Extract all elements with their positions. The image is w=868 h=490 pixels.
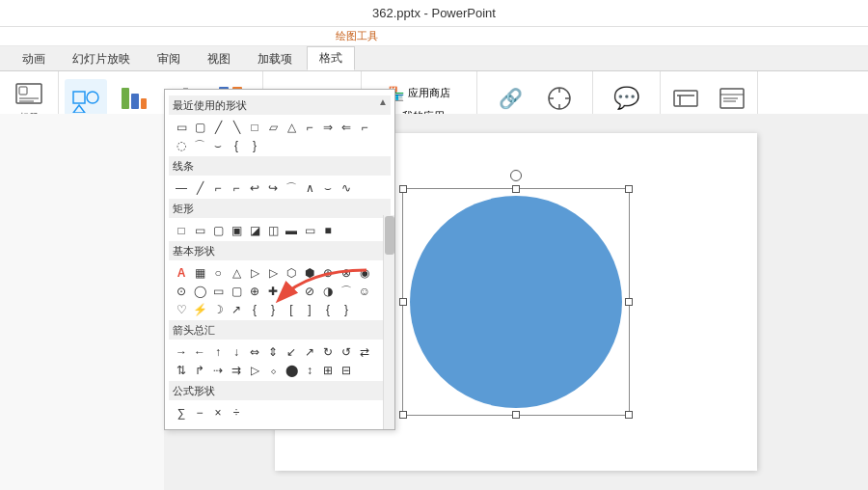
basic-16[interactable]: ⊕ — [246, 283, 263, 300]
basic-8[interactable]: ⬢ — [301, 264, 318, 282]
line-8[interactable]: ∧ — [301, 179, 318, 197]
basic-6[interactable]: ▷ — [264, 264, 282, 282]
shape-recent-1[interactable]: ▭ — [173, 119, 190, 136]
basic-5[interactable]: ▷ — [246, 264, 263, 282]
handle-bottom-left[interactable] — [399, 411, 407, 419]
shape-recent-9[interactable]: ⇒ — [319, 119, 337, 136]
handle-top-left[interactable] — [399, 185, 407, 193]
basic-31[interactable]: ↗ — [228, 301, 245, 318]
line-5[interactable]: ↩ — [246, 179, 263, 197]
handle-bottom-right[interactable] — [625, 411, 633, 419]
arrow-14[interactable]: ⇢ — [209, 362, 227, 379]
handle-top-right[interactable] — [625, 185, 633, 193]
basic-26[interactable]: ⚡ — [191, 301, 208, 318]
arrow-3[interactable]: ↑ — [209, 343, 227, 361]
shape-recent-10[interactable]: ⇐ — [338, 119, 355, 136]
basic-14[interactable]: ▭ — [209, 283, 227, 300]
arrow-5[interactable]: ⇔ — [246, 343, 263, 361]
rect-1[interactable]: □ — [173, 222, 190, 239]
tab-review[interactable]: 审阅 — [145, 47, 193, 70]
arrow-21[interactable]: ↕ — [301, 362, 318, 379]
rect-6[interactable]: ◫ — [264, 222, 282, 239]
arrow-13[interactable]: ↱ — [191, 362, 208, 379]
arrow-10[interactable]: ↺ — [338, 343, 355, 361]
formula-3[interactable]: × — [209, 404, 227, 422]
line-2[interactable]: ╱ — [191, 179, 208, 197]
arrow-23[interactable]: ⊟ — [338, 362, 355, 379]
tab-format[interactable]: 格式 — [307, 46, 355, 70]
rect-5[interactable]: ◪ — [246, 222, 263, 239]
handle-middle-right[interactable] — [625, 298, 633, 306]
rect-2[interactable]: ▭ — [191, 222, 208, 239]
basic-17[interactable]: ✚ — [264, 283, 282, 300]
line-6[interactable]: ↪ — [264, 179, 282, 197]
formula-4[interactable]: ÷ — [228, 404, 245, 422]
formula-1[interactable]: ∑ — [173, 404, 190, 422]
rect-7[interactable]: ▬ — [283, 222, 300, 239]
scrollbar-thumb[interactable] — [385, 216, 394, 255]
shape-recent-13[interactable]: ⌒ — [191, 137, 208, 154]
basic-18[interactable]: ✕ — [283, 283, 300, 300]
arrow-2[interactable]: ← — [191, 343, 208, 361]
shape-recent-16[interactable]: } — [246, 137, 263, 154]
arrow-18[interactable]: ⬤ — [283, 362, 300, 379]
line-9[interactable]: ⌣ — [319, 179, 337, 197]
basic-25[interactable]: ♡ — [173, 301, 190, 318]
basic-1[interactable]: A — [173, 264, 190, 282]
arrow-15[interactable]: ⇉ — [228, 362, 245, 379]
shape-recent-4[interactable]: ╲ — [228, 119, 245, 136]
arrow-4[interactable]: ↓ — [228, 343, 245, 361]
basic-7[interactable]: ⬡ — [283, 264, 300, 282]
basic-23[interactable]: ⌒ — [338, 283, 355, 300]
basic-34[interactable]: [ — [283, 301, 300, 318]
basic-9[interactable]: ⊕ — [319, 264, 337, 282]
tab-slideshow[interactable]: 幻灯片放映 — [60, 47, 143, 70]
basic-35[interactable]: ] — [301, 301, 318, 318]
basic-37[interactable]: } — [338, 301, 355, 318]
line-1[interactable]: — — [173, 179, 190, 197]
shape-recent-3[interactable]: ╱ — [209, 119, 227, 136]
basic-27[interactable]: ☽ — [209, 301, 227, 318]
shape-recent-8[interactable]: ⌐ — [301, 119, 318, 136]
shape-recent-14[interactable]: ⌣ — [209, 137, 227, 154]
line-7[interactable]: ⌒ — [283, 179, 300, 197]
basic-36[interactable]: { — [319, 301, 337, 318]
shape-recent-15[interactable]: { — [228, 137, 245, 154]
basic-32[interactable]: { — [246, 301, 263, 318]
formula-2[interactable]: − — [191, 404, 208, 422]
tab-addins[interactable]: 加载项 — [245, 47, 305, 70]
arrow-9[interactable]: ↻ — [319, 343, 337, 361]
shapes-scrollbar[interactable] — [383, 215, 394, 429]
arrow-8[interactable]: ↗ — [301, 343, 318, 361]
arrow-16[interactable]: ▷ — [246, 362, 263, 379]
basic-21[interactable]: ⊘ — [301, 283, 318, 300]
line-4[interactable]: ⌐ — [228, 179, 245, 197]
basic-10[interactable]: ⊗ — [338, 264, 355, 282]
handle-top-center[interactable] — [512, 185, 520, 193]
line-3[interactable]: ⌐ — [209, 179, 227, 197]
arrow-11[interactable]: ⇄ — [356, 343, 373, 361]
shape-recent-2[interactable]: ▢ — [191, 119, 208, 136]
shape-recent-12[interactable]: ◌ — [173, 137, 190, 154]
basic-2[interactable]: ▦ — [191, 264, 208, 282]
line-10[interactable]: ∿ — [338, 179, 355, 197]
shape-recent-7[interactable]: △ — [283, 119, 300, 136]
basic-33[interactable]: } — [264, 301, 282, 318]
tab-animation[interactable]: 动画 — [10, 47, 58, 70]
basic-24[interactable]: ☺ — [356, 283, 373, 300]
arrow-7[interactable]: ↙ — [283, 343, 300, 361]
shape-recent-11[interactable]: ⌐ — [356, 119, 373, 136]
rotate-handle[interactable] — [510, 170, 522, 181]
handle-bottom-center[interactable] — [512, 411, 520, 419]
arrow-6[interactable]: ⇕ — [264, 343, 282, 361]
arrow-12[interactable]: ⇅ — [173, 362, 190, 379]
basic-15[interactable]: ▢ — [228, 283, 245, 300]
basic-13[interactable]: ◯ — [191, 283, 208, 300]
basic-3[interactable]: ○ — [209, 264, 227, 282]
arrow-22[interactable]: ⊞ — [319, 362, 337, 379]
basic-11[interactable]: ◉ — [356, 264, 373, 282]
rect-8[interactable]: ▭ — [301, 222, 318, 239]
scroll-up-button[interactable]: ▲ — [375, 94, 391, 109]
basic-4[interactable]: △ — [228, 264, 245, 282]
rect-3[interactable]: ▢ — [209, 222, 227, 239]
